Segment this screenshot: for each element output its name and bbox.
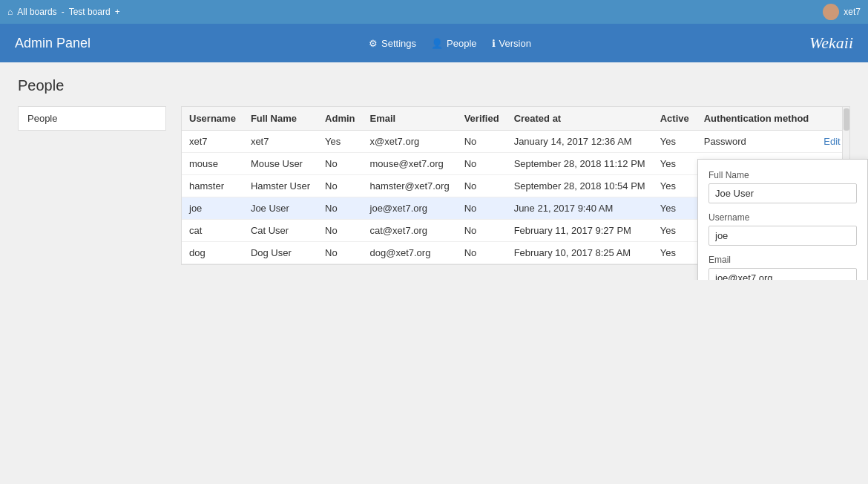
edit-panel: Full Name Username Email Admin NoYes Act… bbox=[697, 159, 868, 280]
all-boards-link[interactable]: All boards bbox=[17, 7, 56, 17]
cell-1: Dog User bbox=[243, 242, 318, 264]
cell-2: No bbox=[318, 242, 362, 264]
cell-0: dog bbox=[182, 242, 243, 264]
col-auth: Authentication method bbox=[697, 107, 817, 131]
cell-4: No bbox=[457, 153, 507, 175]
fullname-input[interactable] bbox=[708, 183, 857, 203]
header: Admin Panel ⚙ Settings 👤 People ℹ Versio… bbox=[0, 24, 868, 62]
scroll-thumb bbox=[844, 108, 849, 131]
topbar-left: ⌂ All boards - Test board + bbox=[7, 7, 120, 17]
cell-0: hamster bbox=[182, 175, 243, 197]
cell-6: Yes bbox=[653, 175, 697, 197]
cell-1: xet7 bbox=[243, 131, 318, 153]
nav-version-label: Version bbox=[499, 38, 531, 49]
cell-2: No bbox=[318, 175, 362, 197]
email-field-group: Email bbox=[708, 255, 857, 280]
cell-0: joe bbox=[182, 197, 243, 220]
avatar[interactable] bbox=[823, 4, 839, 20]
cell-6: Yes bbox=[653, 242, 697, 264]
svg-point-1 bbox=[825, 15, 837, 20]
cell-7: Password bbox=[697, 131, 817, 153]
cell-1: Mouse User bbox=[243, 153, 318, 175]
username-label: Username bbox=[708, 212, 857, 223]
cell-0: mouse bbox=[182, 153, 243, 175]
col-email: Email bbox=[363, 107, 457, 131]
page-title: People bbox=[18, 77, 850, 94]
cell-5: June 21, 2017 9:40 AM bbox=[507, 197, 653, 220]
header-nav: ⚙ Settings 👤 People ℹ Version bbox=[369, 38, 531, 49]
username-input[interactable] bbox=[708, 226, 857, 246]
cell-0: xet7 bbox=[182, 131, 243, 153]
topbar-right: xet7 bbox=[823, 4, 861, 20]
sidebar-item-people[interactable]: People bbox=[18, 106, 166, 131]
cell-6: Yes bbox=[653, 197, 697, 220]
cell-2: No bbox=[318, 153, 362, 175]
cell-5: February 11, 2017 9:27 PM bbox=[507, 220, 653, 242]
cell-2: Yes bbox=[318, 131, 362, 153]
add-board-icon[interactable]: + bbox=[115, 7, 120, 17]
cell-1: Cat User bbox=[243, 220, 318, 242]
nav-version[interactable]: ℹ Version bbox=[492, 38, 531, 49]
email-input[interactable] bbox=[708, 268, 857, 280]
nav-settings[interactable]: ⚙ Settings bbox=[369, 38, 416, 49]
cell-5: January 14, 2017 12:36 AM bbox=[507, 131, 653, 153]
home-icon: ⌂ bbox=[7, 7, 13, 17]
nav-people[interactable]: 👤 People bbox=[431, 38, 476, 49]
content-area: People People Username Full Name Admin E… bbox=[0, 62, 868, 280]
topbar: ⌂ All boards - Test board + xet7 bbox=[0, 0, 868, 24]
people-icon: 👤 bbox=[431, 38, 443, 49]
table-row: xet7xet7Yesx@xet7.orgNoJanuary 14, 2017 … bbox=[182, 131, 849, 153]
cell-3: dog@xet7.org bbox=[363, 242, 457, 264]
cell-5: February 10, 2017 8:25 AM bbox=[507, 242, 653, 264]
cell-3: hamster@xet7.org bbox=[363, 175, 457, 197]
username-display[interactable]: xet7 bbox=[844, 7, 861, 17]
gear-icon: ⚙ bbox=[369, 38, 378, 49]
col-created: Created at bbox=[507, 107, 653, 131]
cell-6: Yes bbox=[653, 220, 697, 242]
col-username: Username bbox=[182, 107, 243, 131]
fullname-label: Full Name bbox=[708, 170, 857, 180]
cell-1: Hamster User bbox=[243, 175, 318, 197]
cell-4: No bbox=[457, 197, 507, 220]
cell-0: cat bbox=[182, 220, 243, 242]
cell-3: x@xet7.org bbox=[363, 131, 457, 153]
col-verified: Verified bbox=[457, 107, 507, 131]
svg-point-0 bbox=[827, 6, 835, 13]
topbar-separator: - bbox=[62, 7, 65, 17]
nav-settings-label: Settings bbox=[381, 38, 416, 49]
edit-button[interactable]: Edit bbox=[823, 136, 840, 147]
cell-4: No bbox=[457, 220, 507, 242]
col-admin: Admin bbox=[318, 107, 362, 131]
username-field-group: Username bbox=[708, 212, 857, 246]
sidebar: People bbox=[18, 106, 166, 265]
cell-6: Yes bbox=[653, 131, 697, 153]
cell-5: September 28, 2018 11:12 PM bbox=[507, 153, 653, 175]
cell-3: mouse@xet7.org bbox=[363, 153, 457, 175]
nav-people-label: People bbox=[447, 38, 476, 49]
cell-4: No bbox=[457, 175, 507, 197]
email-label: Email bbox=[708, 255, 857, 265]
cell-2: No bbox=[318, 220, 362, 242]
col-fullname: Full Name bbox=[243, 107, 318, 131]
col-active: Active bbox=[653, 107, 697, 131]
cell-2: No bbox=[318, 197, 362, 220]
cell-6: Yes bbox=[653, 153, 697, 175]
logo: Wekaii bbox=[809, 33, 853, 53]
board-name[interactable]: Test board bbox=[69, 7, 111, 17]
cell-4: No bbox=[457, 131, 507, 153]
cell-3: joe@xet7.org bbox=[363, 197, 457, 220]
fullname-field-group: Full Name bbox=[708, 170, 857, 203]
cell-3: cat@xet7.org bbox=[363, 220, 457, 242]
cell-1: Joe User bbox=[243, 197, 318, 220]
cell-4: No bbox=[457, 242, 507, 264]
admin-panel-title: Admin Panel bbox=[15, 36, 91, 51]
info-icon: ℹ bbox=[492, 38, 496, 49]
table-header-row: Username Full Name Admin Email Verified … bbox=[182, 107, 849, 131]
cell-5: September 28, 2018 10:54 PM bbox=[507, 175, 653, 197]
